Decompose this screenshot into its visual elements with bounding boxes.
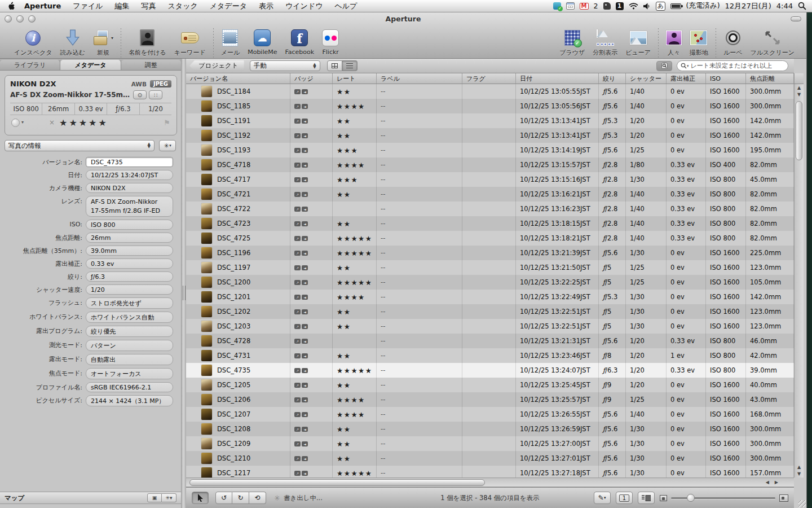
photo-thumbnail[interactable] <box>201 247 212 259</box>
table-row[interactable]: DSC_4723↗◄★★--10/12/25 13:18:15JSTƒ/2.81… <box>186 216 794 231</box>
column-header-5[interactable]: 日付 <box>516 73 599 84</box>
rotate-right-button[interactable]: ↻ <box>232 492 249 504</box>
rating-stars[interactable]: ★★★★★ <box>337 249 373 257</box>
photo-thumbnail[interactable] <box>201 86 212 97</box>
scroll-up-arrow[interactable]: ▲ <box>795 85 804 90</box>
input-source-icon[interactable]: あ <box>656 2 665 11</box>
table-row[interactable]: DSC_1206↗◄★★★★--10/12/25 13:25:57JSTƒ/91… <box>186 392 794 407</box>
rating-stars[interactable]: ★★ <box>337 454 351 463</box>
rating-stars[interactable]: ★★★★ <box>337 161 365 169</box>
table-row[interactable]: DSC_1197↗◄★★--10/12/25 13:21:50JSTƒ/51/2… <box>186 260 794 275</box>
rating-stars[interactable]: ★★ <box>337 425 351 433</box>
browser-view-button[interactable]: ブラウザ <box>555 27 589 58</box>
photo-thumbnail[interactable] <box>201 203 212 214</box>
tab-adjustments[interactable]: 調整 <box>121 60 181 70</box>
facebook-button[interactable]: f Facebook <box>281 27 319 57</box>
table-row[interactable]: DSC_1205↗◄★★--10/12/25 13:25:45JSTƒ/91/2… <box>186 378 794 392</box>
photo-thumbnail[interactable] <box>201 291 212 303</box>
activity-spinner-icon[interactable]: ✳ <box>274 494 280 502</box>
app-badge-1-icon[interactable]: 1 <box>616 2 624 10</box>
wifi-icon[interactable] <box>629 2 638 10</box>
toolbar-toggle-button[interactable] <box>791 16 801 21</box>
rating-stars[interactable]: ★★★ <box>337 176 358 184</box>
vscroll-thumb[interactable] <box>796 101 802 160</box>
table-row[interactable]: DSC_1203↗◄★★--10/12/25 13:22:51JSTƒ/51/3… <box>186 319 794 334</box>
menu-4[interactable]: スタック <box>168 1 198 11</box>
rating-stars[interactable]: ★★ <box>337 220 351 228</box>
scroll-left-arrow[interactable]: ◀ <box>766 480 769 485</box>
search-preset-button[interactable] <box>656 61 672 71</box>
table-row[interactable]: DSC_4722↗◄--10/12/25 13:16:23JSTƒ/2.81/4… <box>186 202 794 216</box>
rating-stars[interactable]: ★★ <box>337 87 351 96</box>
column-header-9[interactable]: ISO <box>706 73 746 84</box>
rating-stars[interactable]: ★★★★★ <box>337 469 373 478</box>
resize-grip[interactable] <box>798 500 806 507</box>
sort-select[interactable]: 手動 ▲▼ <box>250 60 320 71</box>
photo-thumbnail[interactable] <box>201 100 212 112</box>
photo-thumbnail[interactable] <box>201 453 212 464</box>
import-button[interactable]: 読み込む <box>56 27 90 58</box>
table-row[interactable]: DSC_1202↗◄★★--10/12/25 13:22:51JSTƒ/51/3… <box>186 304 794 319</box>
table-row[interactable]: DSC_1193↗◄★★★--10/12/25 13:14:19JSTƒ/5.6… <box>186 143 794 157</box>
photo-thumbnail[interactable] <box>201 394 212 405</box>
column-header-0[interactable]: バージョン名 <box>186 73 290 84</box>
spotlight-icon[interactable] <box>798 2 806 10</box>
rating-stars[interactable]: ★★★★★ <box>337 278 373 287</box>
name-faces-button[interactable]: 名前を付ける <box>125 27 170 58</box>
column-header-6[interactable]: 絞り <box>599 73 626 84</box>
rating-stars[interactable]: ★★ <box>337 352 351 360</box>
table-row[interactable]: DSC_4728↗◄--10/12/25 13:21:31JSTƒ/5.61/2… <box>186 334 794 348</box>
column-header-4[interactable]: フラグ <box>462 73 516 84</box>
rating-dropdown[interactable] <box>11 119 20 127</box>
photo-thumbnail[interactable] <box>201 130 212 141</box>
hscroll-thumb[interactable] <box>189 479 485 486</box>
scroll-down-arrow[interactable]: ▼ <box>795 92 804 97</box>
focus-points-button[interactable]: ⊙ <box>133 90 147 99</box>
table-row[interactable]: DSC_1200↗◄★★★★★--10/12/25 13:22:25JSTƒ/5… <box>186 275 794 290</box>
apple-menu-icon[interactable] <box>8 2 15 10</box>
photo-thumbnail[interactable] <box>201 467 212 478</box>
mobileme-button[interactable]: ☁ MobileMe <box>244 27 281 57</box>
dropbox-icon[interactable] <box>553 2 561 10</box>
rating-stars[interactable]: ★★ <box>337 190 351 199</box>
rotate-left-button[interactable]: ↺ <box>215 492 232 504</box>
menu-date[interactable]: 12月27日(月) <box>725 1 771 11</box>
rating-stars[interactable]: ★★★★ <box>337 293 365 301</box>
horizontal-scrollbar[interactable]: ◀▶ <box>186 478 794 487</box>
inspector-button[interactable]: i インスペクタ <box>10 27 56 58</box>
photo-thumbnail[interactable] <box>201 423 212 435</box>
photo-thumbnail[interactable] <box>201 379 212 391</box>
split-view-button[interactable]: 分割表示 <box>589 27 621 58</box>
metadata-view-select[interactable]: 写真の情報 ▲▼ <box>5 140 155 151</box>
volume-icon[interactable] <box>643 3 651 10</box>
rating-stars[interactable]: ★★ <box>337 381 351 389</box>
rating-stars[interactable]: ★★★★ <box>337 410 365 419</box>
rating-stars[interactable]: ★★ <box>337 322 351 331</box>
table-row[interactable]: DSC_4731↗◄★★--10/12/25 13:23:46JSTƒ/81/2… <box>186 348 794 363</box>
photo-thumbnail[interactable] <box>201 409 212 420</box>
table-row[interactable]: DSC_4717↗◄★★★--10/12/25 13:15:16JSTƒ/2.8… <box>186 172 794 187</box>
tab-library[interactable]: ライブラリ <box>0 60 60 70</box>
loupe-button[interactable]: ルーペ <box>720 27 747 58</box>
rating-stars[interactable]: ★★★★ <box>337 102 365 111</box>
map-panel-button[interactable]: ▣ <box>147 493 162 502</box>
menu-2[interactable]: 編集 <box>115 1 130 11</box>
photo-thumbnail[interactable] <box>201 218 212 229</box>
photo-thumbnail[interactable] <box>201 262 212 273</box>
viewer-button[interactable]: ビューア <box>621 27 655 58</box>
rating-stars[interactable]: ★★ <box>337 117 351 125</box>
scroll-right-arrow[interactable]: ▶ <box>775 480 778 485</box>
column-header-2[interactable]: レート <box>333 73 377 84</box>
keywords-button[interactable]: キーワード <box>170 27 210 58</box>
flickr-button[interactable]: Flickr <box>318 27 343 57</box>
field-value[interactable]: DSC_4735 <box>86 157 173 167</box>
flag-icon[interactable]: ⚑ <box>164 119 170 127</box>
map-action-button[interactable]: ✳▾ <box>162 493 176 502</box>
table-row[interactable]: DSC_1217↗◄★★★★★--10/12/25 13:27:18JSTƒ/5… <box>186 466 794 478</box>
email-button[interactable]: メール <box>217 27 244 58</box>
thumbnail-zoom-slider[interactable] <box>660 494 788 502</box>
battery-icon[interactable] <box>670 3 681 9</box>
menu-3[interactable]: 写真 <box>142 1 156 11</box>
rating-stars[interactable]: ★★ <box>337 264 351 272</box>
gmail-icon[interactable]: M <box>580 3 589 10</box>
